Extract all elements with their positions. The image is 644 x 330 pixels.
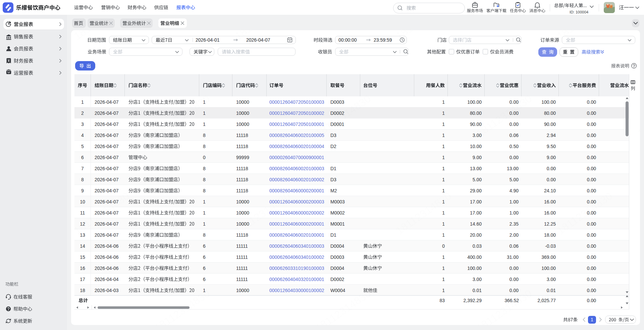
svg-text:18112314830: 18112314830 — [393, 190, 453, 237]
svg-text:18112314830: 18112314830 — [232, 0, 292, 42]
svg-text:18112314830: 18112314830 — [313, 287, 373, 330]
svg-text:18112314830: 18112314830 — [0, 92, 51, 139]
svg-text:18112314830: 18112314830 — [232, 190, 292, 237]
svg-text:18112314830: 18112314830 — [152, 92, 212, 139]
svg-text:18112314830: 18112314830 — [474, 92, 534, 139]
svg-text:18112314830: 18112314830 — [635, 287, 644, 330]
svg-text:18112314830: 18112314830 — [554, 190, 614, 237]
svg-text:18112314830: 18112314830 — [71, 0, 131, 42]
svg-text:18112314830: 18112314830 — [393, 0, 453, 42]
svg-text:18112314830: 18112314830 — [71, 190, 131, 237]
svg-text:18112314830: 18112314830 — [313, 92, 373, 139]
svg-text:18112314830: 18112314830 — [474, 287, 534, 330]
svg-text:18112314830: 18112314830 — [635, 92, 644, 139]
